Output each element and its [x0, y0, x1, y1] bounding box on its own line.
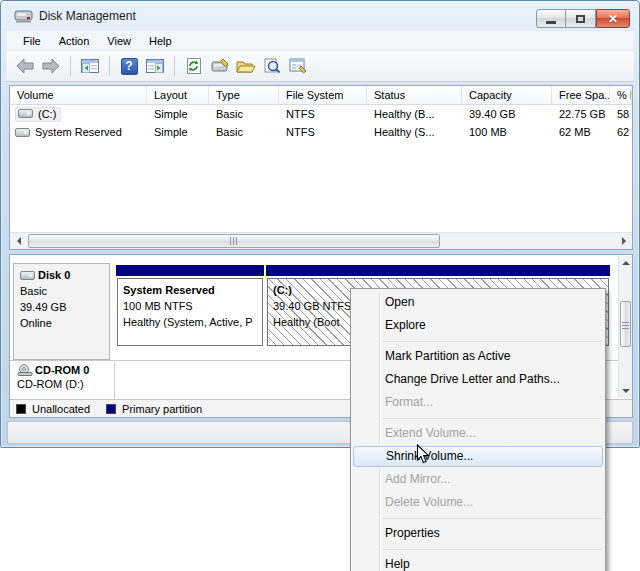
column-header-percent-free[interactable]: % F [610, 86, 632, 104]
minimize-icon [546, 21, 556, 24]
menu-separator [351, 514, 605, 522]
show-console-tree-icon[interactable] [79, 55, 101, 77]
vertical-scrollbar[interactable] [618, 256, 632, 398]
disk-size: 39.49 GB [20, 301, 109, 313]
app-icon [14, 9, 33, 23]
toolbar-separator [109, 56, 110, 76]
legend-label: Primary partition [122, 403, 202, 415]
volume-name: (C:) [38, 108, 56, 120]
primary-partition-swatch [106, 404, 116, 414]
mouse-cursor [416, 444, 430, 465]
cell-file-system: NTFS [279, 126, 367, 138]
maximize-icon [576, 15, 585, 23]
refresh-icon[interactable] [183, 55, 205, 77]
forward-icon[interactable] [40, 55, 62, 77]
menu-item-shrink-volume[interactable]: Shrink Volume... [353, 446, 603, 467]
cell-capacity: 39.40 GB [462, 108, 552, 120]
help-icon[interactable]: ? [118, 55, 140, 77]
volume-list-pane: Volume Layout Type File System Status Ca… [9, 85, 633, 250]
close-icon: ✕ [608, 12, 618, 26]
table-row[interactable]: System Reserved Simple Basic NTFS Health… [10, 123, 632, 141]
menu-item-extend-volume: Extend Volume... [351, 422, 605, 445]
menu-item-mark-partition-active[interactable]: Mark Partition as Active [351, 345, 605, 368]
toolbar-separator [70, 56, 71, 76]
cell-status: Healthy (B... [367, 108, 462, 120]
disk-type: Basic [20, 285, 109, 297]
maximize-button[interactable] [566, 9, 596, 28]
scroll-left-arrow[interactable] [10, 233, 27, 249]
partition-system-reserved[interactable]: System Reserved 100 MB NTFS Healthy (Sys… [116, 265, 264, 346]
open-folder-icon[interactable] [235, 55, 257, 77]
menu-item-add-mirror: Add Mirror... [351, 468, 605, 491]
primary-partition-bar [116, 265, 264, 276]
cell-free-space: 62 MB [552, 126, 610, 138]
cdrom-drive-letter: CD-ROM (D:) [17, 378, 110, 390]
context-menu: Open Explore Mark Partition as Active Ch… [350, 288, 606, 571]
menu-item-properties[interactable]: Properties [351, 522, 605, 545]
view-icon[interactable] [261, 55, 283, 77]
volume-icon [15, 128, 30, 137]
toolbar-separator [174, 56, 175, 76]
menu-item-change-drive-letter[interactable]: Change Drive Letter and Paths... [351, 368, 605, 391]
cdrom-name: CD-ROM 0 [35, 364, 89, 376]
minimize-button[interactable] [536, 9, 566, 28]
cdrom-label-panel[interactable]: CD-ROM 0 CD-ROM (D:) [13, 363, 110, 398]
close-button[interactable]: ✕ [596, 9, 630, 28]
cell-status: Healthy (S... [367, 126, 462, 138]
disk0-label-panel[interactable]: Disk 0 Basic 39.49 GB Online [13, 263, 110, 360]
menu-bar: File Action View Help [6, 31, 634, 51]
table-row[interactable]: (C:) Simple Basic NTFS Healthy (B... 39.… [10, 105, 632, 123]
partition-title: System Reserved [123, 282, 257, 298]
cdrom-icon [17, 364, 33, 376]
legend-label: Unallocated [32, 403, 90, 415]
horizontal-scrollbar[interactable] [10, 232, 632, 249]
disk-properties-icon[interactable] [209, 55, 231, 77]
horizontal-scrollbar-thumb[interactable] [28, 234, 440, 248]
title-bar[interactable]: Disk Management ✕ [1, 1, 639, 31]
menu-help[interactable]: Help [140, 32, 181, 50]
column-header-type[interactable]: Type [209, 86, 279, 104]
menu-item-help[interactable]: Help [351, 553, 605, 571]
menu-item-explore[interactable]: Explore [351, 314, 605, 337]
window-title: Disk Management [39, 9, 136, 23]
menu-view[interactable]: View [98, 32, 140, 50]
volume-name: System Reserved [35, 126, 122, 138]
show-action-pane-icon[interactable] [144, 55, 166, 77]
volume-icon [18, 109, 33, 118]
disk-status: Online [20, 317, 109, 329]
scroll-up-arrow[interactable] [619, 256, 632, 270]
cell-layout: Simple [147, 126, 209, 138]
cell-free-space: 22.75 GB [552, 108, 610, 120]
partition-size: 100 MB NTFS [123, 298, 257, 314]
cell-percent-free: 58 [610, 108, 632, 120]
cell-capacity: 100 MB [462, 126, 552, 138]
column-header-layout[interactable]: Layout [147, 86, 209, 104]
column-header-status[interactable]: Status [367, 86, 462, 104]
cell-layout: Simple [147, 108, 209, 120]
menu-file[interactable]: File [14, 32, 50, 50]
toolbar: ? [6, 51, 634, 82]
vertical-scrollbar-thumb[interactable] [620, 301, 631, 347]
back-icon[interactable] [14, 55, 36, 77]
menu-item-format: Format... [351, 391, 605, 414]
partition-status: Healthy (System, Active, P [123, 314, 257, 330]
scroll-right-arrow[interactable] [615, 233, 632, 249]
column-header-free-space[interactable]: Free Spa... [552, 86, 610, 104]
customize-icon[interactable] [287, 55, 309, 77]
cell-percent-free: 62 [610, 126, 632, 138]
volume-list-header: Volume Layout Type File System Status Ca… [10, 86, 632, 105]
cell-type: Basic [209, 108, 279, 120]
unallocated-swatch [16, 404, 26, 414]
primary-partition-bar [266, 265, 610, 276]
cell-type: Basic [209, 126, 279, 138]
column-header-file-system[interactable]: File System [279, 86, 367, 104]
menu-item-delete-volume: Delete Volume... [351, 491, 605, 514]
menu-separator [351, 337, 605, 345]
disk-icon [20, 271, 35, 280]
menu-action[interactable]: Action [50, 32, 99, 50]
menu-item-open[interactable]: Open [351, 291, 605, 314]
column-header-volume[interactable]: Volume [10, 86, 147, 104]
scroll-down-arrow[interactable] [619, 384, 632, 398]
menu-separator [351, 414, 605, 422]
column-header-capacity[interactable]: Capacity [462, 86, 552, 104]
